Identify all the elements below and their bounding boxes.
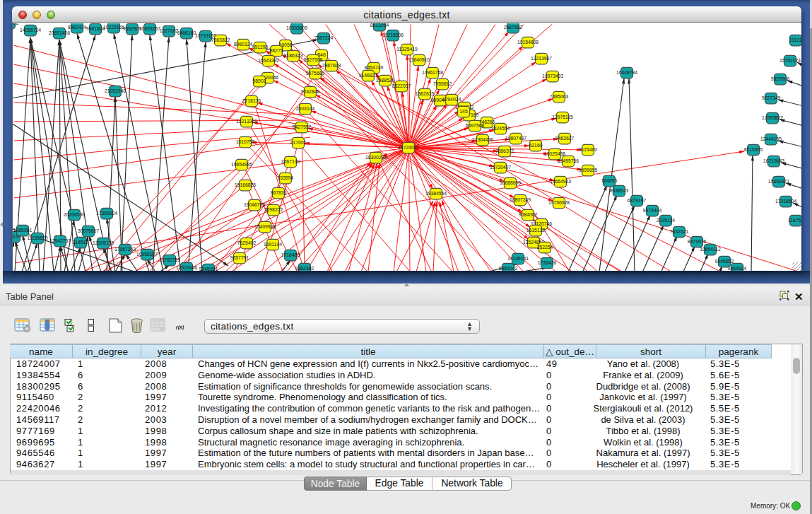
svg-text:20691406: 20691406 — [48, 30, 69, 35]
svg-text:1362615: 1362615 — [415, 90, 434, 95]
svg-text:15692971: 15692971 — [767, 178, 789, 183]
svg-text:14136141: 14136141 — [507, 255, 528, 260]
svg-text:6794024: 6794024 — [442, 96, 461, 101]
svg-text:12923446: 12923446 — [175, 264, 196, 269]
svg-text:1010755: 1010755 — [235, 139, 254, 144]
svg-text:116753: 116753 — [787, 217, 801, 222]
svg-text:3624554: 3624554 — [490, 125, 510, 130]
svg-text:10653267: 10653267 — [139, 25, 160, 30]
svg-text:1733426: 1733426 — [537, 259, 556, 264]
svg-text:18807249: 18807249 — [509, 197, 530, 201]
svg-text:8215955: 8215955 — [743, 146, 763, 151]
svg-text:8471676: 8471676 — [687, 238, 706, 243]
svg-text:891295: 891295 — [252, 44, 268, 49]
svg-text:8964042: 8964042 — [498, 265, 517, 270]
svg-text:7663822: 7663822 — [211, 37, 230, 42]
svg-text:8962424: 8962424 — [67, 24, 86, 29]
svg-text:7357224: 7357224 — [314, 35, 333, 40]
svg-text:21053346: 21053346 — [104, 88, 125, 93]
svg-text:6466160: 6466160 — [177, 30, 196, 35]
svg-text:98901: 98901 — [252, 78, 266, 83]
svg-text:98275: 98275 — [269, 47, 283, 52]
svg-text:11325419: 11325419 — [396, 46, 418, 51]
svg-text:9084067: 9084067 — [518, 211, 537, 216]
svg-text:8322037: 8322037 — [392, 83, 411, 88]
svg-text:1615132: 1615132 — [526, 227, 545, 232]
svg-text:16782759: 16782759 — [158, 257, 180, 262]
svg-text:13640910: 13640910 — [408, 57, 429, 62]
svg-text:7955812: 7955812 — [433, 81, 452, 86]
svg-text:9362462: 9362462 — [295, 265, 314, 270]
svg-text:7485063: 7485063 — [549, 93, 568, 98]
svg-text:2867608: 2867608 — [322, 62, 341, 67]
svg-text:153594: 153594 — [277, 175, 293, 180]
svg-text:114519: 114519 — [72, 239, 88, 244]
svg-text:17957253: 17957253 — [114, 246, 135, 251]
svg-text:15495756: 15495756 — [557, 158, 578, 163]
svg-text:9242848: 9242848 — [300, 88, 319, 93]
svg-text:1691144: 1691144 — [264, 241, 282, 246]
svg-text:1527602: 1527602 — [159, 28, 178, 33]
svg-text:19654985: 19654985 — [230, 161, 252, 166]
svg-text:16543392: 16543392 — [257, 57, 278, 62]
svg-text:2718176: 2718176 — [242, 98, 261, 103]
svg-text:12942757: 12942757 — [49, 238, 70, 243]
svg-text:18300295: 18300295 — [365, 154, 386, 159]
svg-text:3698222: 3698222 — [264, 206, 283, 211]
svg-text:9474444: 9474444 — [642, 207, 661, 212]
svg-text:7625402: 7625402 — [237, 240, 256, 245]
svg-text:9857791: 9857791 — [230, 255, 249, 259]
svg-text:8427552: 8427552 — [292, 124, 311, 129]
svg-text:1716485: 1716485 — [281, 252, 300, 257]
svg-text:7886372: 7886372 — [495, 148, 514, 153]
svg-text:8813054: 8813054 — [370, 23, 389, 28]
svg-text:21364436: 21364436 — [471, 136, 493, 141]
svg-text:9464924: 9464924 — [727, 265, 746, 270]
svg-text:10958107: 10958107 — [136, 251, 157, 256]
svg-text:19654923: 19654923 — [549, 178, 570, 183]
svg-text:9361664: 9361664 — [86, 25, 105, 30]
svg-text:8454749: 8454749 — [364, 64, 383, 69]
svg-text:2603144: 2603144 — [295, 105, 314, 110]
svg-text:9699695: 9699695 — [578, 167, 597, 172]
svg-text:18724007: 18724007 — [397, 144, 418, 149]
svg-text:14055724: 14055724 — [19, 27, 40, 32]
svg-text:9463627: 9463627 — [555, 135, 574, 140]
svg-text:16046798: 16046798 — [243, 201, 264, 206]
svg-text:19166825: 19166825 — [234, 182, 255, 187]
svg-text:17016504: 17016504 — [775, 198, 796, 203]
svg-text:164095: 164095 — [601, 177, 617, 182]
svg-text:12213967: 12213967 — [530, 55, 551, 60]
svg-text:10154808: 10154808 — [517, 39, 538, 44]
svg-text:11156829: 11156829 — [27, 235, 47, 240]
svg-text:1604806: 1604806 — [13, 23, 18, 25]
svg-text:417006: 417006 — [290, 139, 306, 144]
svg-text:252254: 252254 — [536, 244, 553, 249]
svg-text:10961758: 10961758 — [421, 69, 442, 74]
svg-text:1588520: 1588520 — [375, 77, 394, 82]
svg-text:9329966: 9329966 — [770, 76, 789, 81]
svg-text:12213369: 12213369 — [235, 118, 257, 123]
svg-text:3267130: 3267130 — [281, 158, 300, 163]
svg-text:8186323: 8186323 — [283, 52, 302, 57]
svg-text:8960124: 8960124 — [233, 41, 252, 46]
svg-text:10025438: 10025438 — [543, 151, 565, 156]
svg-text:12444159: 12444159 — [760, 136, 781, 141]
svg-text:9327508: 9327508 — [303, 57, 322, 62]
svg-text:17359924: 17359924 — [95, 210, 117, 215]
svg-text:62160: 62160 — [529, 142, 542, 147]
svg-text:8938923: 8938923 — [609, 187, 628, 192]
svg-text:7632621: 7632621 — [669, 228, 688, 233]
svg-text:1085061: 1085061 — [13, 227, 32, 232]
svg-text:10973493: 10973493 — [541, 73, 563, 78]
svg-text:2935114: 2935114 — [657, 217, 675, 222]
svg-text:9227349: 9227349 — [761, 95, 780, 100]
svg-text:30975867: 30975867 — [77, 228, 98, 233]
svg-text:19218506: 19218506 — [382, 32, 403, 37]
svg-text:20206536: 20206536 — [63, 211, 84, 216]
svg-text:2687682: 2687682 — [503, 24, 522, 29]
svg-text:15720407: 15720407 — [489, 164, 510, 169]
svg-text:10033809: 10033809 — [286, 25, 307, 30]
svg-text:9115460: 9115460 — [579, 146, 597, 151]
svg-text:12505135: 12505135 — [92, 240, 113, 245]
